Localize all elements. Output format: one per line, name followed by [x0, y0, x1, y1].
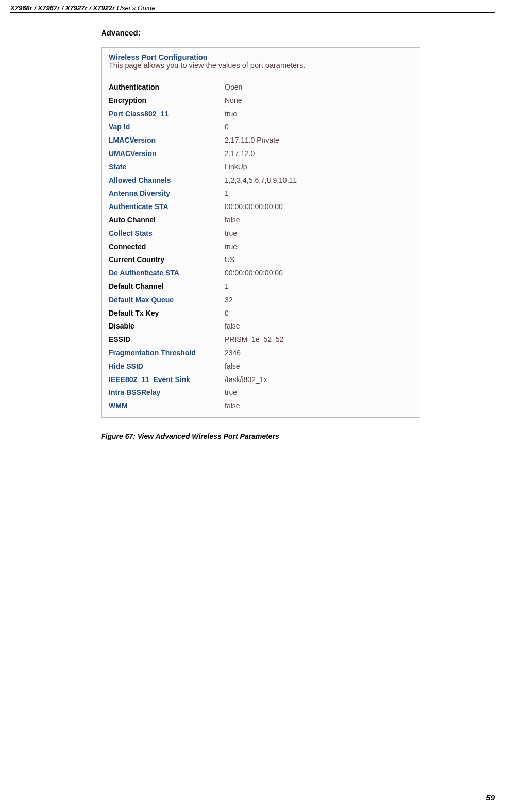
- param-value: None: [225, 95, 413, 107]
- param-label: Hide SSID: [109, 360, 225, 373]
- param-row: Connectedtrue: [109, 240, 413, 254]
- param-row: IEEE802_11_Event Sink/task/i802_1x: [109, 373, 413, 387]
- config-title: Wireless Port Configuration: [109, 53, 413, 61]
- param-value: 1: [225, 281, 413, 293]
- param-row: Default Tx Key0: [109, 307, 413, 320]
- param-label: Authenticate STA: [109, 201, 225, 213]
- param-value: true: [225, 108, 413, 120]
- param-value: PRISM_1e_52_52: [225, 334, 413, 346]
- param-label: Encryption: [109, 95, 225, 107]
- param-label: Current Country: [109, 254, 225, 266]
- param-value: true: [225, 228, 413, 240]
- advanced-heading: Advanced:: [101, 28, 498, 37]
- param-label: Fragmentation Threshold: [109, 347, 225, 359]
- param-row: De Authenticate STA00:00:00:00:00:00: [109, 267, 413, 280]
- param-label: Default Max Queue: [109, 294, 225, 306]
- param-value: true: [225, 241, 413, 253]
- param-value: 2.17.12.0: [225, 148, 413, 160]
- figure-caption: Figure 67: View Advanced Wireless Port P…: [101, 432, 498, 440]
- param-value: 32: [225, 294, 413, 306]
- param-value: 00:00:00:00:00:00: [225, 201, 413, 213]
- param-label: Vap Id: [109, 121, 225, 133]
- param-label: IEEE802_11_Event Sink: [109, 374, 225, 386]
- config-panel: Wireless Port Configuration This page al…: [101, 47, 420, 418]
- param-label: De Authenticate STA: [109, 267, 225, 280]
- header-models: X7968r / X7967r / X7927r / X7922r: [10, 4, 115, 12]
- param-value: Open: [225, 81, 413, 94]
- params-container: AuthenticationOpenEncryptionNonePort Cla…: [109, 81, 413, 413]
- param-row: Collect Statstrue: [109, 227, 413, 240]
- param-label: Auto Channel: [109, 214, 225, 227]
- param-row: Default Max Queue32: [109, 293, 413, 307]
- param-label: Collect Stats: [109, 228, 225, 240]
- param-row: Current CountryUS: [109, 253, 413, 267]
- param-value: 1: [225, 187, 413, 200]
- param-label: Authentication: [109, 81, 225, 94]
- param-value: false: [225, 214, 413, 227]
- header-rest: User's Guide: [115, 4, 155, 12]
- param-label: Allowed Channels: [109, 175, 225, 187]
- param-row: Fragmentation Threshold2346: [109, 347, 413, 360]
- param-value: 2.17.11.0 Private: [225, 134, 413, 147]
- param-label: Port Class802_11: [109, 108, 225, 120]
- param-row: WMMfalse: [109, 400, 413, 413]
- param-value: false: [225, 400, 413, 412]
- param-label: WMM: [109, 400, 225, 412]
- param-label: Disable: [109, 320, 225, 333]
- param-label: UMACVersion: [109, 148, 225, 160]
- param-row: Hide SSIDfalse: [109, 360, 413, 373]
- config-desc: This page allows you to view the values …: [109, 61, 413, 70]
- param-row: EncryptionNone: [109, 94, 413, 108]
- param-label: Default Channel: [109, 281, 225, 293]
- param-value: 2346: [225, 347, 413, 359]
- param-label: LMACVersion: [109, 134, 225, 147]
- param-row: Vap Id0: [109, 120, 413, 134]
- param-row: ESSIDPRISM_1e_52_52: [109, 333, 413, 347]
- param-row: AuthenticationOpen: [109, 81, 413, 94]
- param-row: Allowed Channels1,2,3,4,5,6,7,8,9,10,11: [109, 174, 413, 187]
- param-row: Antenna Diversity1: [109, 187, 413, 200]
- param-row: StateLinkUp: [109, 161, 413, 174]
- param-label: Default Tx Key: [109, 307, 225, 320]
- param-value: 1,2,3,4,5,6,7,8,9,10,11: [225, 175, 413, 187]
- param-value: 0: [225, 307, 413, 320]
- param-label: Antenna Diversity: [109, 187, 225, 200]
- param-row: Disablefalse: [109, 320, 413, 333]
- param-row: UMACVersion2.17.12.0: [109, 147, 413, 161]
- param-label: ESSID: [109, 334, 225, 346]
- param-row: Intra BSSRelaytrue: [109, 386, 413, 400]
- param-row: Port Class802_11true: [109, 108, 413, 121]
- param-label: Connected: [109, 241, 225, 253]
- page-number: 59: [486, 793, 495, 802]
- param-row: Default Channel1: [109, 280, 413, 293]
- param-row: Auto Channelfalse: [109, 214, 413, 227]
- param-row: LMACVersion2.17.11.0 Private: [109, 134, 413, 147]
- param-value: LinkUp: [225, 161, 413, 174]
- param-value: false: [225, 320, 413, 333]
- header-title: X7968r / X7967r / X7927r / X7922r User's…: [10, 4, 495, 13]
- param-label: Intra BSSRelay: [109, 387, 225, 399]
- param-value: false: [225, 360, 413, 373]
- param-value: 00:00:00:00:00:00: [225, 267, 413, 280]
- param-value: US: [225, 254, 413, 266]
- param-value: 0: [225, 121, 413, 133]
- param-row: Authenticate STA00:00:00:00:00:00: [109, 200, 413, 214]
- param-value: true: [225, 387, 413, 399]
- param-label: State: [109, 161, 225, 174]
- param-value: /task/i802_1x: [225, 374, 413, 386]
